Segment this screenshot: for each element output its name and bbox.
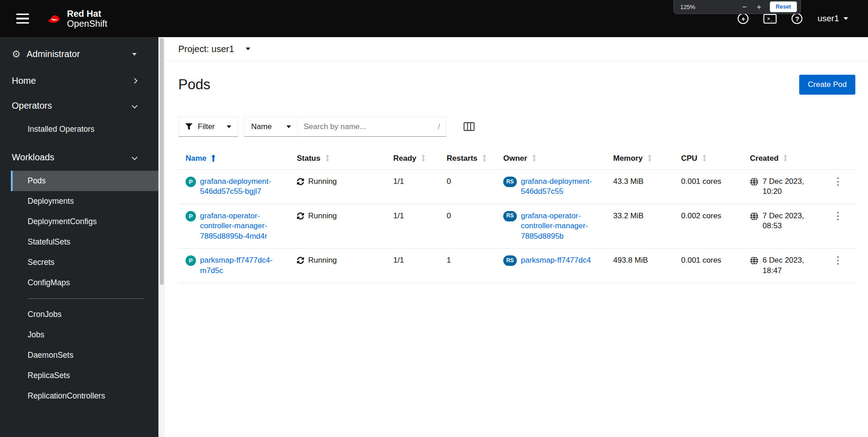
pod-link[interactable]: grafana-operator-controller-manager-7885… [200,211,282,241]
created-text: 7 Dec 2023, 08:53 [763,211,811,231]
sidebar-item-deployments[interactable]: Deployments [11,191,158,211]
sidebar-item-configmaps[interactable]: ConfigMaps [11,273,158,293]
timestamp-icon [750,256,758,265]
zoom-out-button[interactable]: − [741,3,748,11]
cell-cpu: 0.001 cores [674,249,743,283]
kebab-menu-button[interactable]: ⋮ [830,177,847,187]
zoom-in-button[interactable]: + [755,3,763,11]
owner-link[interactable]: parksmap-ff7477dc4 [521,255,591,265]
chevron-down-icon [132,103,138,109]
attribute-dropdown[interactable]: Name [244,116,298,137]
pod-badge: P [186,255,196,266]
columns-icon [463,122,475,131]
column-header-name[interactable]: Name [178,148,290,170]
column-header-label: CPU [681,154,697,163]
scrollbar-thumb[interactable] [160,38,164,285]
sidebar-item-pods[interactable]: Pods [11,171,158,191]
chevron-down-icon [132,154,138,160]
status-text: Running [308,211,337,221]
cell-created: 7 Dec 2023, 08:53 [743,204,819,248]
search-box: / [298,116,446,137]
caret-down-icon [227,125,231,128]
sidebar-item-secrets[interactable]: Secrets [11,252,158,273]
user-menu[interactable]: user1 [817,14,848,24]
kebab-menu-button[interactable]: ⋮ [830,255,847,265]
sidebar-item-replicasets[interactable]: ReplicaSets [11,365,158,386]
zoom-reset-button[interactable]: Reset [770,1,797,12]
column-header-label: Ready [393,154,416,163]
help-button[interactable]: ? [792,13,802,24]
sidebar-section-workloads[interactable]: Workloads [0,145,158,170]
sort-asc-icon [211,154,216,162]
sidebar-section-home[interactable]: Home [0,68,158,93]
pod-link[interactable]: parksmap-ff7477dc4-m7d5c [200,255,282,276]
column-header-label: Restarts [447,154,477,163]
sort-icon [702,154,707,162]
filter-icon [185,123,193,130]
sort-icon [482,154,487,162]
gear-icon: ⚙ [12,49,21,59]
search-input[interactable] [298,117,446,136]
column-header-owner[interactable]: Owner [496,148,606,170]
column-header-cpu[interactable]: CPU [674,148,743,170]
web-terminal-button[interactable]: >_ [763,14,777,24]
kebab-menu-button[interactable]: ⋮ [830,211,847,221]
owner-link[interactable]: grafana-operator-controller-manager-7885… [521,211,599,241]
status-text: Running [308,177,337,187]
sidebar-item-daemonsets[interactable]: DaemonSets [11,345,158,365]
created-text: 6 Dec 2023, 18:47 [763,255,811,276]
pod-link[interactable]: grafana-deployment-546dd57c55-bgjl7 [200,177,282,197]
page-title: Pods [178,77,210,93]
sidebar-item-deploymentconfigs[interactable]: DeploymentConfigs [11,211,158,232]
brand: Red Hat OpenShift [44,9,107,29]
status-text: Running [308,255,337,265]
quick-create-button[interactable]: + [738,13,749,24]
pods-table: NameStatusReadyRestartsOwnerMemoryCPUCre… [178,148,857,283]
table-row: Pgrafana-deployment-546dd57c55-bgjl7Runn… [178,170,857,204]
attribute-dropdown-label: Name [251,122,272,131]
hamburger-icon [16,14,29,24]
brand-product: OpenShift [67,19,107,29]
sidebar-item-installed-operators[interactable]: Installed Operators [11,119,158,139]
nav-toggle-button[interactable] [14,11,32,27]
sidebar-scrollbar[interactable] [158,37,165,437]
project-selector[interactable]: Project: user1 [178,44,250,54]
column-header-label: Memory [613,154,643,163]
column-header-created[interactable]: Created [743,148,819,170]
redhat-logo-icon [44,10,62,28]
column-header-label: Status [297,154,320,163]
table-header-row: NameStatusReadyRestartsOwnerMemoryCPUCre… [178,148,857,170]
sidebar-item-replicationcontrollers[interactable]: ReplicationControllers [11,386,158,406]
sync-icon [297,257,304,264]
cell-restarts: 1 [439,249,496,283]
table-row: Pparksmap-ff7477dc4-m7d5cRunning1/11RSpa… [178,249,857,283]
cell-ready: 1/1 [386,204,439,248]
cell-created: 6 Dec 2023, 18:47 [743,249,819,283]
owner-link[interactable]: grafana-deployment-546dd57c55 [521,177,599,197]
sidebar-item-statefulsets[interactable]: StatefulSets [11,232,158,252]
masthead-toolbar: + >_ ? user1 [738,13,848,24]
subnav-operators: Installed Operators [11,119,158,139]
column-header-restarts[interactable]: Restarts [439,148,496,170]
sidebar-section-operators[interactable]: Operators [0,93,158,118]
column-header-ready[interactable]: Ready [386,148,439,170]
sidebar-item-cronjobs[interactable]: CronJobs [11,304,158,325]
replicaset-badge: RS [503,211,517,221]
sidebar-section-label: Workloads [12,152,54,163]
replicaset-badge: RS [503,255,517,266]
brand-name: Red Hat [67,9,107,19]
user-menu-label: user1 [817,14,839,24]
create-pod-button[interactable]: Create Pod [799,75,855,95]
sidebar-item-jobs[interactable]: Jobs [11,325,158,345]
caret-down-icon [844,17,848,20]
filter-dropdown-label: Filter [198,122,215,131]
column-management-button[interactable] [463,122,475,131]
cell-owner: RSparksmap-ff7477dc4 [496,249,606,283]
perspective-switcher[interactable]: ⚙ Administrator [0,37,158,68]
nav-sections: HomeOperatorsInstalled OperatorsWorkload… [0,68,158,406]
caret-down-icon [246,48,250,50]
cell-ready: 1/1 [386,170,439,204]
filter-dropdown[interactable]: Filter [178,116,238,137]
column-header-status[interactable]: Status [290,148,386,170]
column-header-memory[interactable]: Memory [606,148,674,170]
